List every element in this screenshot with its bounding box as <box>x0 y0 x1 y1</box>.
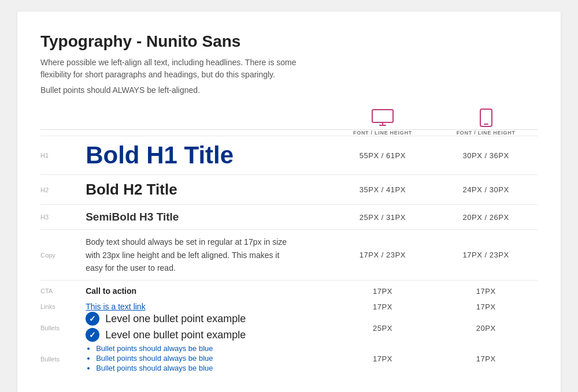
check-icon <box>86 328 99 342</box>
desktop-size: 25PX <box>331 312 435 344</box>
list-item: Bullet points should always be blue <box>96 344 331 353</box>
mobile-size: 20PX <box>434 312 538 344</box>
bullets-small-list: Bullet points should always be blueBulle… <box>86 344 331 372</box>
row-tag: H2 <box>40 175 86 205</box>
bullet-text: Level one bullet point example <box>105 313 246 325</box>
row-example: Level one bullet point exampleLevel one … <box>86 312 331 344</box>
row-example[interactable]: This is a text link <box>86 301 331 312</box>
copy-example: Body text should always be set in regula… <box>86 236 294 274</box>
mobile-size: 17PX <box>434 301 538 312</box>
table-row: BulletsBullet points should always be bl… <box>40 344 538 374</box>
desktop-column-header <box>331 109 435 130</box>
list-item: Level one bullet point example <box>86 312 331 326</box>
bullets-large-list: Level one bullet point exampleLevel one … <box>86 312 331 342</box>
monitor-icon <box>372 109 394 126</box>
table-row: CTACall to action17PX17PX <box>40 281 538 302</box>
desktop-size: 25PX / 31PX <box>331 205 435 230</box>
page-title: Typography - Nunito Sans <box>40 32 538 51</box>
mobile-column-header <box>434 109 538 130</box>
typography-table: FONT / LINE HEIGHT FONT / LINE HEIGHT H1… <box>40 109 538 374</box>
table-row: H1Bold H1 Title55PX / 61PX30PX / 36PX <box>40 136 538 175</box>
table-row: LinksThis is a text link17PX17PX <box>40 301 538 312</box>
desktop-size: 17PX <box>331 301 435 312</box>
row-example: SemiBold H3 Title <box>86 205 331 230</box>
h3-example: SemiBold H3 Title <box>86 211 331 223</box>
row-tag: CTA <box>40 281 86 302</box>
row-example: Bold H1 Title <box>86 136 331 175</box>
row-tag: H3 <box>40 205 86 230</box>
cta-example: Call to action <box>86 286 331 296</box>
table-row: H2Bold H2 Title35PX / 41PX24PX / 30PX <box>40 175 538 205</box>
svg-rect-0 <box>372 110 393 122</box>
row-tag: Links <box>40 301 86 312</box>
row-example: Call to action <box>86 281 331 302</box>
mobile-size: 17PX <box>434 344 538 374</box>
row-example: Bold H2 Title <box>86 175 331 205</box>
bullet-text: Level one bullet point example <box>105 329 246 341</box>
list-item: Bullet points should always be blue <box>96 364 331 372</box>
desktop-size: 17PX / 23PX <box>331 230 435 281</box>
check-icon <box>86 312 99 326</box>
desktop-size: 17PX <box>331 344 435 374</box>
row-tag: H1 <box>40 136 86 175</box>
desktop-size: 55PX / 61PX <box>331 136 435 175</box>
subtitle: Where possible we left-align all text, i… <box>40 57 318 81</box>
row-tag: Bullets <box>40 312 86 344</box>
desktop-size: 35PX / 41PX <box>331 175 435 205</box>
table-row: CopyBody text should always be set in re… <box>40 230 538 281</box>
desktop-size: 17PX <box>331 281 435 302</box>
mobile-size: 30PX / 36PX <box>434 136 538 175</box>
mobile-col-label: FONT / LINE HEIGHT <box>434 130 538 136</box>
card: Typography - Nunito Sans Where possible … <box>17 12 561 392</box>
table-row: H3SemiBold H3 Title25PX / 31PX20PX / 26P… <box>40 205 538 230</box>
link-example[interactable]: This is a text link <box>86 302 145 311</box>
h1-example: Bold H1 Title <box>86 142 331 169</box>
mobile-size: 17PX <box>434 281 538 302</box>
list-item: Bullet points should always be blue <box>96 354 331 363</box>
row-tag: Bullets <box>40 344 86 374</box>
table-row: BulletsLevel one bullet point exampleLev… <box>40 312 538 344</box>
h2-example: Bold H2 Title <box>86 181 331 199</box>
desktop-col-label: FONT / LINE HEIGHT <box>331 130 435 136</box>
mobile-size: 17PX / 23PX <box>434 230 538 281</box>
row-tag: Copy <box>40 230 86 281</box>
list-item: Level one bullet point example <box>86 328 331 342</box>
mobile-size: 24PX / 30PX <box>434 175 538 205</box>
subtitle2: Bullet points should ALWAYS be left-alig… <box>40 85 538 95</box>
row-example: Bullet points should always be blueBulle… <box>86 344 331 374</box>
mobile-icon <box>480 109 492 127</box>
row-example: Body text should always be set in regula… <box>86 230 331 281</box>
mobile-size: 20PX / 26PX <box>434 205 538 230</box>
